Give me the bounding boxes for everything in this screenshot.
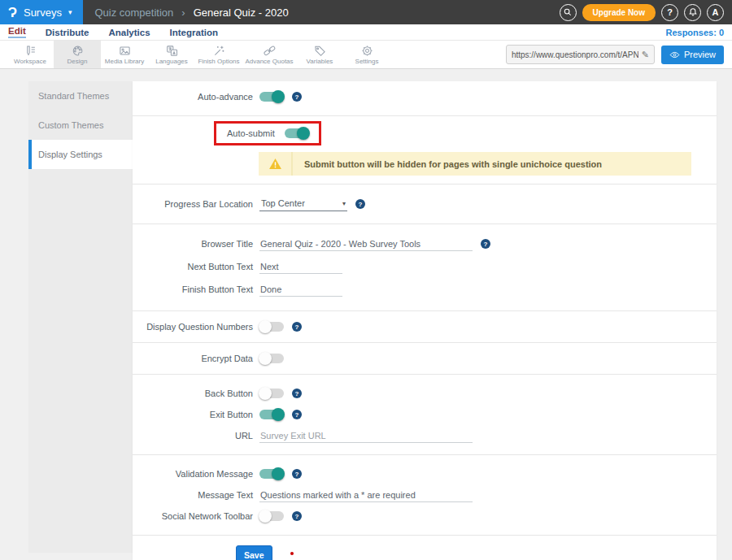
breadcrumb: Quiz competition › General Quiz - 2020 xyxy=(94,7,288,19)
tag-icon xyxy=(314,45,326,57)
help-icon[interactable]: ? xyxy=(292,389,302,398)
toggle-knob xyxy=(272,408,285,421)
annotation-dot xyxy=(290,552,294,555)
bell-icon xyxy=(688,7,698,17)
breadcrumb-parent[interactable]: Quiz competition xyxy=(94,7,173,19)
tab-distribute[interactable]: Distribute xyxy=(46,28,89,37)
tab-integration[interactable]: Integration xyxy=(170,28,218,37)
warning-text: Submit button will be hidden for pages w… xyxy=(293,152,602,176)
magic-wand-icon xyxy=(213,45,225,57)
progress-bar-row: Progress Bar Location Top Center ▾ ? xyxy=(133,197,717,211)
brand-menu[interactable]: Ɂ Surveys ▾ xyxy=(0,0,83,24)
sidebar-item-display-settings[interactable]: Display Settings xyxy=(28,140,133,169)
workspace-icon xyxy=(24,45,37,57)
edit-url-pencil-icon[interactable]: ✎ xyxy=(642,50,649,60)
auto-advance-toggle[interactable] xyxy=(259,92,284,102)
help-icon[interactable]: ? xyxy=(292,511,302,521)
toggle-knob xyxy=(259,320,272,333)
survey-url-box: ✎ xyxy=(506,45,655,64)
help-button[interactable]: ? xyxy=(661,4,678,21)
chain-link-icon xyxy=(264,45,276,57)
encrypt-data-toggle[interactable] xyxy=(259,354,284,363)
help-icon[interactable]: ? xyxy=(292,322,302,332)
sidebar-item-custom-themes[interactable]: Custom Themes xyxy=(28,111,133,140)
responses-count[interactable]: Responses: 0 xyxy=(665,28,724,37)
save-section: Save xyxy=(133,536,717,560)
image-icon xyxy=(119,45,131,57)
upgrade-now-button[interactable]: Upgrade Now xyxy=(582,4,656,21)
preview-button[interactable]: Preview xyxy=(661,46,724,64)
help-icon[interactable]: ? xyxy=(292,410,302,419)
social-network-toolbar-toggle[interactable] xyxy=(259,511,284,521)
selected-option: Top Center xyxy=(261,198,305,208)
browser-title-input[interactable] xyxy=(259,237,473,251)
tool-languages[interactable]: Languages xyxy=(148,41,195,68)
browser-title-row: Browser Title ? xyxy=(133,232,717,255)
search-button[interactable] xyxy=(560,4,577,21)
progress-bar-select[interactable]: Top Center ▾ xyxy=(259,197,347,211)
display-question-numbers-toggle[interactable] xyxy=(259,322,284,332)
help-icon[interactable]: ? xyxy=(481,239,490,249)
exit-button-row: Exit Button ? xyxy=(133,404,717,425)
display-settings-panel: Auto-advance ? Auto-submit Submit button… xyxy=(133,81,717,560)
tool-workspace[interactable]: Workspace xyxy=(7,41,54,68)
message-text-input[interactable] xyxy=(259,488,473,502)
social-network-toolbar-label: Social Network Toolbar xyxy=(133,511,253,521)
validation-message-row: Validation Message ? xyxy=(133,463,717,484)
gear-icon xyxy=(361,45,373,57)
tool-advance-quotas[interactable]: Advance Quotas xyxy=(242,41,296,68)
exit-url-label: URL xyxy=(133,431,253,441)
help-icon[interactable]: ? xyxy=(355,199,365,209)
tool-label: Workspace xyxy=(14,58,46,65)
message-text-row: Message Text xyxy=(133,484,717,506)
palette-icon xyxy=(72,45,84,57)
back-button-label: Back Button xyxy=(133,389,253,398)
help-icon[interactable]: ? xyxy=(292,92,302,102)
topbar-actions: Upgrade Now ? A xyxy=(560,4,732,21)
tab-edit[interactable]: Edit xyxy=(8,26,26,38)
eye-icon xyxy=(669,50,680,60)
auto-advance-row: Auto-advance ? xyxy=(133,92,717,102)
toggle-knob xyxy=(259,387,272,400)
next-button-text-row: Next Button Text xyxy=(133,255,717,278)
tool-settings[interactable]: Settings xyxy=(343,41,390,68)
tool-variables[interactable]: Variables xyxy=(296,41,343,68)
preview-label: Preview xyxy=(684,50,716,59)
themes-sidebar: Standard Themes Custom Themes Display Se… xyxy=(28,81,133,553)
exit-button-label: Exit Button xyxy=(133,410,253,419)
next-button-text-input[interactable] xyxy=(259,260,342,274)
tool-design[interactable]: Design xyxy=(54,41,101,68)
exit-button-toggle[interactable] xyxy=(259,410,284,419)
exit-url-input[interactable] xyxy=(259,429,473,443)
tab-analytics[interactable]: Analytics xyxy=(108,28,150,37)
breadcrumb-current: General Quiz - 2020 xyxy=(194,7,289,19)
save-button[interactable]: Save xyxy=(236,545,272,560)
tool-label: Languages xyxy=(155,58,188,65)
tool-label: Finish Options xyxy=(198,58,239,65)
translate-icon xyxy=(166,45,178,57)
notifications-button[interactable] xyxy=(684,4,701,21)
avatar[interactable]: A xyxy=(707,4,724,21)
tool-media-library[interactable]: Media Library xyxy=(101,41,148,68)
toggle-knob xyxy=(272,467,285,480)
finish-button-text-input[interactable] xyxy=(259,283,342,297)
toggle-knob xyxy=(259,510,272,523)
breadcrumb-separator-icon: › xyxy=(181,7,185,19)
next-button-text-label: Next Button Text xyxy=(133,262,253,271)
tool-finish-options[interactable]: Finish Options xyxy=(195,41,242,68)
sidebar-item-label: Display Settings xyxy=(38,150,102,159)
main-nav: Edit Distribute Analytics Integration Re… xyxy=(0,24,732,41)
sidebar-item-label: Custom Themes xyxy=(38,120,104,130)
display-question-numbers-row: Display Question Numbers ? xyxy=(133,322,717,332)
back-button-toggle[interactable] xyxy=(259,389,284,398)
finish-button-text-row: Finish Button Text xyxy=(133,278,717,301)
help-icon[interactable]: ? xyxy=(292,469,302,479)
warning-triangle-icon xyxy=(259,152,293,176)
survey-url-input[interactable] xyxy=(512,50,638,59)
encrypt-data-row: Encrypt Data xyxy=(133,354,717,363)
sidebar-item-standard-themes[interactable]: Standard Themes xyxy=(28,81,133,111)
tool-label: Advance Quotas xyxy=(245,58,293,65)
toggle-knob xyxy=(272,90,285,103)
auto-submit-toggle[interactable] xyxy=(285,128,309,138)
validation-message-toggle[interactable] xyxy=(259,469,284,479)
